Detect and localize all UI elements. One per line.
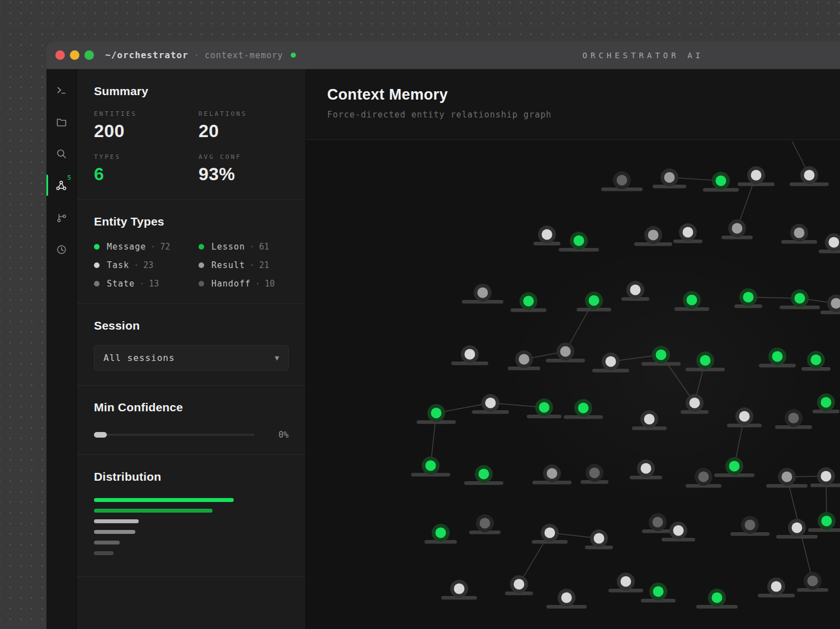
node-core: [829, 237, 839, 248]
legend-item-handoff[interactable]: Handoff · 10: [199, 279, 289, 289]
graph-node[interactable]: [790, 166, 829, 186]
graph-node[interactable]: [621, 281, 649, 301]
graph-node[interactable]: [532, 464, 572, 485]
distribution-bar: [94, 530, 135, 534]
app-title: ORCHESTRATOR AI: [583, 51, 704, 60]
node-core: [673, 525, 684, 536]
clock-icon: [56, 244, 67, 255]
rail-item-branch[interactable]: [46, 201, 76, 233]
rail-item-files[interactable]: [46, 106, 76, 138]
legend-item-state[interactable]: State · 13: [94, 279, 199, 289]
graph-node[interactable]: [686, 468, 721, 488]
rail-item-graph[interactable]: 5: [46, 170, 76, 201]
graph-node[interactable]: [642, 513, 673, 533]
graph-node[interactable]: [820, 294, 840, 314]
legend-item-task[interactable]: Task · 23: [94, 260, 199, 270]
graph-node[interactable]: [464, 465, 503, 485]
window-controls: [55, 50, 94, 60]
graph-node[interactable]: [451, 345, 488, 365]
graph-node[interactable]: [634, 226, 672, 246]
graph-node[interactable]: [673, 223, 702, 243]
graph-node[interactable]: [758, 578, 795, 598]
graph-node[interactable]: [810, 467, 840, 487]
node-core: [743, 292, 754, 303]
legend-item-lesson[interactable]: Lesson · 61: [199, 242, 289, 252]
graph-node[interactable]: [564, 399, 603, 419]
session-select[interactable]: All sessions ▼: [94, 345, 289, 370]
graph-node[interactable]: [511, 292, 546, 312]
graph-node[interactable]: [417, 404, 456, 424]
node-core: [772, 351, 783, 362]
graph-node[interactable]: [424, 524, 457, 544]
graph-node[interactable]: [813, 393, 839, 414]
graph-node[interactable]: [608, 572, 643, 593]
session-select-value: All sessions: [103, 353, 175, 363]
graph-node[interactable]: [641, 346, 681, 366]
node-core: [547, 468, 558, 479]
graph-node[interactable]: [462, 284, 503, 304]
graph-node[interactable]: [559, 232, 599, 252]
graph-node[interactable]: [585, 529, 613, 550]
min-confidence-slider[interactable]: [94, 434, 254, 436]
rail-item-history[interactable]: [46, 233, 76, 265]
graph-canvas[interactable]: [306, 140, 840, 629]
graph-node[interactable]: [727, 407, 762, 428]
graph-node[interactable]: [546, 589, 587, 609]
graph-node[interactable]: [696, 589, 738, 609]
graph-node[interactable]: [714, 457, 754, 477]
slider-thumb[interactable]: [94, 432, 107, 438]
graph-node[interactable]: [641, 583, 676, 603]
session-section: Session All sessions ▼: [77, 304, 305, 386]
graph-node[interactable]: [592, 353, 629, 373]
minimize-window-button[interactable]: [70, 50, 79, 60]
min-confidence-section: Min Confidence 0%: [77, 386, 305, 455]
graph-node[interactable]: [527, 398, 561, 419]
graph-node[interactable]: [734, 288, 762, 308]
graph-node[interactable]: [674, 291, 709, 311]
graph-node[interactable]: [581, 464, 608, 484]
graph-node[interactable]: [808, 512, 840, 532]
graph-node[interactable]: [505, 575, 533, 595]
app-window: ~/orchestrator · context-memory ORCHESTR…: [46, 41, 840, 629]
node-core: [426, 461, 436, 471]
graph-node[interactable]: [801, 351, 830, 371]
legend-item-message[interactable]: Message · 72: [94, 242, 199, 252]
graph-node[interactable]: [577, 292, 611, 312]
graph-node[interactable]: [441, 580, 477, 600]
graph-node[interactable]: [686, 351, 725, 372]
graph-node[interactable]: [730, 516, 770, 536]
close-window-button[interactable]: [55, 50, 65, 60]
rail-item-terminal[interactable]: [46, 74, 76, 106]
graph-node[interactable]: [781, 224, 817, 244]
graph-node[interactable]: [759, 348, 796, 368]
page-subtitle: Force-directed entity relationship graph: [327, 110, 840, 120]
graph-node[interactable]: [721, 219, 753, 240]
graph-node[interactable]: [469, 514, 501, 534]
graph-node[interactable]: [797, 572, 828, 592]
graph-node[interactable]: [546, 342, 585, 363]
graph-node[interactable]: [411, 457, 450, 477]
graph-node[interactable]: [780, 289, 820, 309]
relationship-graph: [306, 140, 840, 629]
stat-avg-conf: AVG CONF 93%: [199, 153, 289, 185]
rail-item-search[interactable]: [46, 138, 76, 170]
graph-node[interactable]: [532, 524, 568, 544]
graph-node[interactable]: [738, 166, 775, 186]
graph-node[interactable]: [601, 171, 643, 191]
graph-node[interactable]: [681, 394, 709, 414]
maximize-window-button[interactable]: [84, 50, 94, 60]
graph-node[interactable]: [632, 410, 667, 430]
graph-node[interactable]: [630, 459, 662, 480]
graph-node[interactable]: [775, 409, 812, 429]
graph-node[interactable]: [508, 350, 540, 370]
node-core: [542, 229, 553, 240]
distribution-bar: [94, 498, 234, 502]
graph-node[interactable]: [703, 172, 739, 192]
distribution-section: Distribution: [77, 455, 305, 577]
git-branch-icon: [56, 212, 67, 223]
graph-node[interactable]: [534, 226, 560, 246]
graph-node[interactable]: [819, 233, 840, 254]
legend-item-result[interactable]: Result · 21: [199, 260, 289, 270]
graph-node[interactable]: [766, 468, 808, 488]
node-core: [545, 528, 555, 538]
